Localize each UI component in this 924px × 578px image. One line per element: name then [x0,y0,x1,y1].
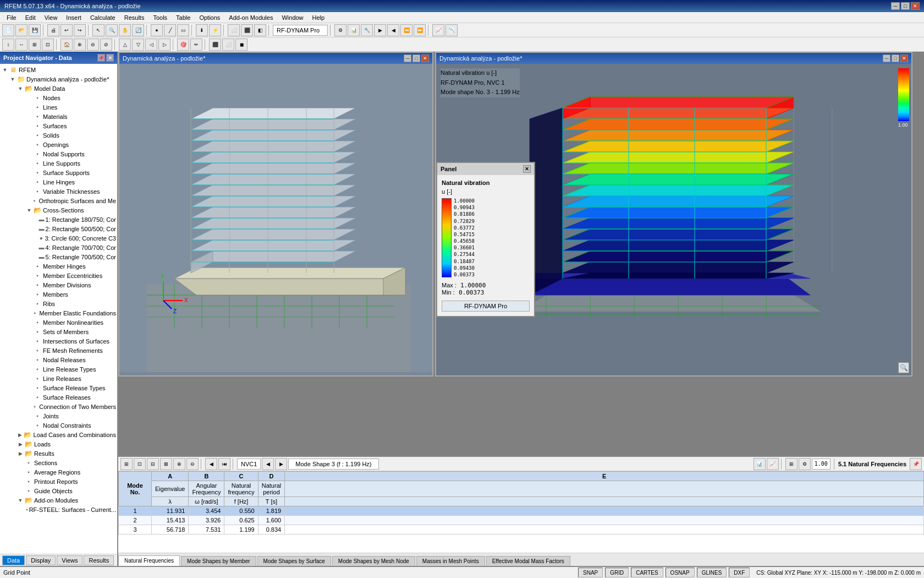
bt-btn8[interactable]: ⏮ [218,458,230,470]
tree-item-ribs[interactable]: ▪ Ribs [0,299,117,308]
tb2-15[interactable]: ⬛ [209,39,221,51]
maximize-btn[interactable]: □ [901,2,910,10]
tree-toggle-rfem[interactable]: ▼ [1,66,9,74]
tb2-2[interactable]: ↔ [15,39,28,51]
tree-item-nodal-releases[interactable]: ▪ Nodal Releases [0,355,117,364]
tb2-1[interactable]: ↕ [2,39,14,51]
tb-pan[interactable]: ✋ [119,24,131,36]
dxf-btn[interactable]: DXF [729,568,750,577]
tree-item-model-data[interactable]: ▼ 📂 Model Data [0,84,117,93]
tree-item-nodal-supports[interactable]: ▪ Nodal Supports [0,149,117,159]
tree-item-average-regions[interactable]: ▪ Average Regions [0,467,117,477]
close-btn[interactable]: ✕ [911,2,920,10]
bt-btn1[interactable]: ⊞ [120,458,133,470]
tb2-4[interactable]: ⊡ [42,39,54,51]
tb-undo[interactable]: ↩ [61,24,73,36]
tb-r1[interactable]: ⚙ [334,24,346,36]
tb-rotate[interactable]: 🔄 [132,24,144,36]
tb-view2[interactable]: ⬛ [241,24,253,36]
nav-tab-results[interactable]: Results [84,555,114,565]
tree-toggle-project[interactable]: ▼ [9,75,16,83]
tree-item-cs3[interactable]: ● 3: Circle 600; Concrete C3 [0,233,117,243]
tb-r2[interactable]: 📊 [348,24,360,36]
tree-item-load-cases[interactable]: ▶ 📂 Load Cases and Combinations [0,430,117,439]
tree-item-fe-mesh[interactable]: ▪ FE Mesh Refinements [0,346,117,355]
bt-r1[interactable]: 📊 [754,458,766,470]
bt-btn6[interactable]: ⊖ [186,458,199,470]
viewport-1-minimize[interactable]: ─ [404,54,411,62]
toggle-addon[interactable]: ▼ [16,497,24,504]
tb-redo[interactable]: ↪ [74,24,86,36]
tab-mode-shapes-surface[interactable]: Mode Shapes by Surface [257,556,331,566]
tree-item-surface-release-types[interactable]: ▪ Surface Release Types [0,383,117,392]
tree-item-joints[interactable]: ▪ Joints [0,411,117,421]
results-table[interactable]: ModeNo. A B C D E Eigenvalue Angular Fre… [118,471,924,553]
menu-window[interactable]: Window [277,13,307,22]
bt-btn2[interactable]: ⊡ [134,458,146,470]
tb2-8[interactable]: ⊘ [100,39,112,51]
tb2-16[interactable]: ⬜ [222,39,234,51]
tb-open[interactable]: 📂 [15,24,28,36]
tb-r7[interactable]: ⏩ [414,24,426,36]
viewport-1-content[interactable]: X Y Z [119,64,432,375]
tb-r4[interactable]: ▶ [374,24,386,36]
table-row[interactable]: 3 56.718 7.531 1.199 0.834 [119,525,924,535]
tb2-5[interactable]: 🏠 [61,39,73,51]
bt-btn7[interactable]: ◀ [205,458,217,470]
nav-tab-views[interactable]: Views [57,555,82,565]
viewport-2-close[interactable]: ✕ [900,54,908,62]
menu-tools[interactable]: Tools [148,13,172,22]
tree-item-member-hinges[interactable]: ▪ Member Hinges [0,261,117,271]
tb-r5[interactable]: ◀ [387,24,399,36]
tree-item-line-releases[interactable]: ▪ Line Releases [0,374,117,383]
rf-dynam-pro-button[interactable]: RF-DYNAM Pro [442,301,530,312]
bt-r2[interactable]: 📈 [767,458,779,470]
tree-item-printout-reports[interactable]: ▪ Printout Reports [0,477,117,486]
tree-item-member-elastic[interactable]: ▪ Member Elastic Foundations [0,308,117,318]
menu-options[interactable]: Options [195,13,224,22]
nav-tab-data[interactable]: Data [2,555,25,565]
tb-view1[interactable]: ⬜ [228,24,240,36]
tb2-6[interactable]: ⊕ [74,39,86,51]
glines-btn[interactable]: GLINES [697,568,727,577]
tree-item-rf-steel[interactable]: ▪ RF-STEEL: Surfaces - Current... [0,505,117,514]
nav-pin-btn[interactable]: 📌 [97,54,105,62]
tree-item-orthotropic[interactable]: ▪ Orthotropic Surfaces and Me [0,196,117,205]
tb-load[interactable]: ⬇ [196,24,208,36]
toggle-loads[interactable]: ▶ [16,440,24,448]
tree-container[interactable]: ▼ 🖥 RFEM ▼ 📁 Dynamická analýza - podloži… [0,64,117,554]
tree-item-surface-supports[interactable]: ▪ Surface Supports [0,168,117,177]
tree-item-sets-members[interactable]: ▪ Sets of Members [0,327,117,336]
tb-disp1[interactable]: 📈 [432,24,444,36]
tree-item-nodes[interactable]: ▪ Nodes [0,93,117,102]
viewport-1-maximize[interactable]: □ [413,54,420,62]
menu-results[interactable]: Results [120,13,149,22]
bt-next[interactable]: ▶ [275,458,287,470]
bt-pin[interactable]: 📌 [910,458,922,470]
tree-item-member-div[interactable]: ▪ Member Divisions [0,280,117,290]
tree-item-surface-releases[interactable]: ▪ Surface Releases [0,392,117,402]
tb-r3[interactable]: 🔧 [361,24,373,36]
table-row[interactable]: 2 15.413 3.926 0.625 1.600 [119,516,924,525]
tb2-7[interactable]: ⊖ [87,39,99,51]
tree-item-cross-sections[interactable]: ▼ 📂 Cross-Sections [0,205,117,215]
menu-addon[interactable]: Add-on Modules [224,13,277,22]
bt-btn4[interactable]: ⊠ [160,458,172,470]
tree-item-materials[interactable]: ▪ Materials [0,112,117,121]
tb-save[interactable]: 💾 [29,24,41,36]
tb-calc[interactable]: ⚡ [209,24,221,36]
toggle-cs[interactable]: ▼ [25,206,33,214]
menu-file[interactable]: File [2,13,21,22]
tree-item-results[interactable]: ▶ 📂 Results [0,449,117,458]
tree-item-add-on-modules[interactable]: ▼ 📂 Add-on Modules [0,495,117,505]
viewport-1-close[interactable]: ✕ [421,54,429,62]
tree-item-members[interactable]: ▪ Members [0,290,117,299]
toggle-load-cases[interactable]: ▶ [16,431,24,439]
tb2-9[interactable]: △ [119,39,131,51]
tb2-12[interactable]: ▷ [158,39,170,51]
tree-item-lines[interactable]: ▪ Lines [0,102,117,112]
bt-r4[interactable]: ⚙ [799,458,811,470]
toggle-results[interactable]: ▶ [16,450,24,457]
tree-item-line-release-types[interactable]: ▪ Line Release Types [0,364,117,374]
panel-close-btn[interactable]: ✕ [523,165,531,173]
